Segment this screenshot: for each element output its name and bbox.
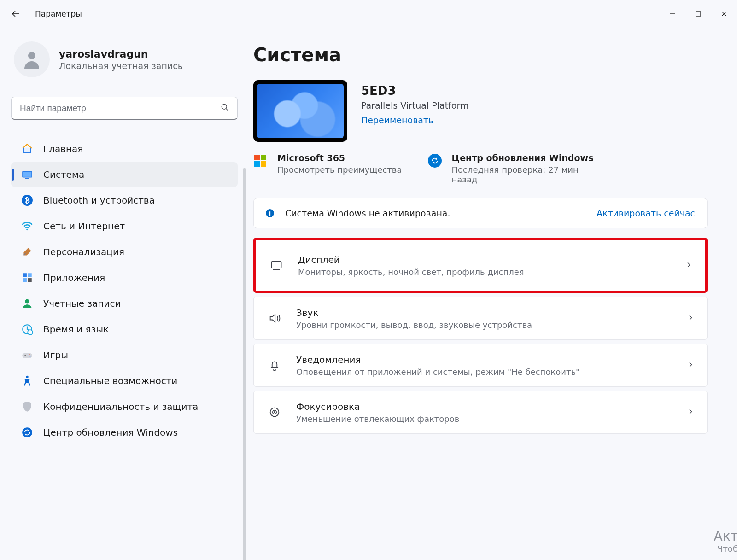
apps-icon xyxy=(21,272,33,284)
sidebar-item-privacy[interactable]: Конфиденциальность и защита xyxy=(11,394,238,419)
svg-point-20 xyxy=(24,355,26,356)
home-icon xyxy=(21,143,33,155)
sidebar-item-label: Bluetooth и устройства xyxy=(43,195,155,206)
search-wrap xyxy=(11,97,238,120)
card-title: Фокусировка xyxy=(296,401,673,412)
avatar xyxy=(14,41,50,77)
svg-rect-19 xyxy=(22,353,32,358)
sidebar-item-personalization[interactable]: Персонализация xyxy=(11,239,238,264)
maximize-button[interactable] xyxy=(685,4,711,24)
tile-title: Microsoft 365 xyxy=(277,153,402,163)
svg-rect-14 xyxy=(23,278,27,282)
svg-rect-12 xyxy=(23,273,27,277)
tile-microsoft-365[interactable]: Microsoft 365 Просмотреть преимущества xyxy=(253,153,402,184)
svg-rect-13 xyxy=(28,273,32,277)
user-name: yaroslavdragun xyxy=(59,48,183,60)
app-title: Параметры xyxy=(35,9,82,18)
info-icon: i xyxy=(266,209,274,217)
sidebar-item-label: Игры xyxy=(43,350,68,361)
clock-globe-icon xyxy=(21,323,33,335)
sidebar-item-time-language[interactable]: Время и язык xyxy=(11,317,238,342)
svg-rect-8 xyxy=(23,172,31,177)
sidebar-item-label: Персонализация xyxy=(43,246,124,257)
settings-cards: Дисплей Мониторы, яркость, ночной свет, … xyxy=(253,238,708,434)
chevron-right-icon xyxy=(687,314,694,323)
bluetooth-icon xyxy=(21,194,33,206)
system-icon xyxy=(21,169,33,181)
titlebar: Параметры xyxy=(0,0,737,28)
main-content: Система 5ED3 Parallels Virtual Platform … xyxy=(249,28,737,560)
display-icon xyxy=(269,259,284,272)
sound-icon xyxy=(267,312,282,325)
bell-icon xyxy=(267,359,282,372)
svg-point-4 xyxy=(28,52,35,59)
sidebar-item-label: Приложения xyxy=(43,272,105,283)
chevron-right-icon xyxy=(687,408,694,417)
svg-point-5 xyxy=(222,104,227,109)
card-subtitle: Мониторы, яркость, ночной свет, профиль … xyxy=(298,267,671,277)
window-controls xyxy=(660,4,737,24)
sidebar-item-home[interactable]: Главная xyxy=(11,136,238,161)
update-icon xyxy=(21,426,33,438)
activate-now-link[interactable]: Активировать сейчас xyxy=(597,208,695,218)
sidebar-item-system[interactable]: Система xyxy=(11,162,238,187)
svg-point-21 xyxy=(29,354,30,356)
search-icon xyxy=(220,103,229,114)
sidebar-item-label: Учетные записи xyxy=(43,298,121,309)
card-display[interactable]: Дисплей Мониторы, яркость, ночной свет, … xyxy=(253,238,708,293)
sidebar-item-label: Сеть и Интернет xyxy=(43,221,125,232)
sidebar-item-bluetooth[interactable]: Bluetooth и устройства xyxy=(11,188,238,213)
tile-windows-update[interactable]: Центр обновления Windows Последняя прове… xyxy=(428,153,594,184)
activation-watermark: Акт Чтоб xyxy=(714,529,737,554)
device-name: 5ED3 xyxy=(361,84,468,98)
card-sound[interactable]: Звук Уровни громкости, вывод, ввод, звук… xyxy=(253,297,708,340)
sidebar: yaroslavdragun Локальная учетная запись … xyxy=(0,28,249,560)
page-title: Система xyxy=(253,44,719,65)
search-input[interactable] xyxy=(11,97,238,120)
svg-point-29 xyxy=(274,412,275,413)
tile-subtitle: Последняя проверка: 27 мин назад xyxy=(452,165,590,184)
card-focus[interactable]: Фокусировка Уменьшение отвлекающих факто… xyxy=(253,391,708,434)
device-thumbnail[interactable] xyxy=(253,80,347,142)
sidebar-item-windows-update[interactable]: Центр обновления Windows xyxy=(11,420,238,445)
card-subtitle: Оповещения от приложений и системы, режи… xyxy=(296,367,673,377)
svg-rect-9 xyxy=(25,178,29,179)
svg-rect-15 xyxy=(28,278,32,282)
user-block[interactable]: yaroslavdragun Локальная учетная запись xyxy=(11,41,238,77)
card-notifications[interactable]: Уведомления Оповещения от приложений и с… xyxy=(253,344,708,387)
sidebar-scrollbar[interactable] xyxy=(243,168,246,560)
sidebar-item-accounts[interactable]: Учетные записи xyxy=(11,291,238,316)
sidebar-item-label: Система xyxy=(43,169,84,180)
sidebar-item-label: Конфиденциальность и защита xyxy=(43,401,198,412)
sidebar-item-network[interactable]: Сеть и Интернет xyxy=(11,214,238,239)
device-wallpaper xyxy=(257,84,344,138)
device-platform: Parallels Virtual Platform xyxy=(361,100,468,111)
accounts-icon xyxy=(21,298,33,309)
back-button[interactable] xyxy=(10,8,21,19)
sidebar-item-gaming[interactable]: Игры xyxy=(11,343,238,368)
svg-line-6 xyxy=(226,109,228,111)
device-block: 5ED3 Parallels Virtual Platform Переимен… xyxy=(253,80,719,142)
sidebar-item-apps[interactable]: Приложения xyxy=(11,265,238,290)
sidebar-item-label: Центр обновления Windows xyxy=(43,427,178,438)
card-title: Дисплей xyxy=(298,254,671,265)
svg-point-16 xyxy=(25,299,29,304)
sidebar-item-label: Специальные возможности xyxy=(43,375,177,386)
accessibility-icon xyxy=(21,375,33,387)
activation-banner-text: Система Windows не активирована. xyxy=(285,208,585,218)
device-rename-link[interactable]: Переименовать xyxy=(361,115,433,125)
chevron-right-icon xyxy=(687,361,694,370)
activation-banner: i Система Windows не активирована. Актив… xyxy=(253,198,708,228)
chevron-right-icon xyxy=(685,261,692,270)
sidebar-item-accessibility[interactable]: Специальные возможности xyxy=(11,368,238,393)
close-button[interactable] xyxy=(711,4,737,24)
shield-icon xyxy=(21,401,33,413)
microsoft-logo-icon xyxy=(253,154,267,168)
svg-point-24 xyxy=(22,427,32,438)
user-subtitle: Локальная учетная запись xyxy=(59,61,183,71)
minimize-button[interactable] xyxy=(660,4,685,24)
svg-point-23 xyxy=(26,376,28,378)
card-subtitle: Уровни громкости, вывод, ввод, звуковые … xyxy=(296,320,673,330)
card-title: Уведомления xyxy=(296,354,673,365)
brush-icon xyxy=(21,246,33,258)
